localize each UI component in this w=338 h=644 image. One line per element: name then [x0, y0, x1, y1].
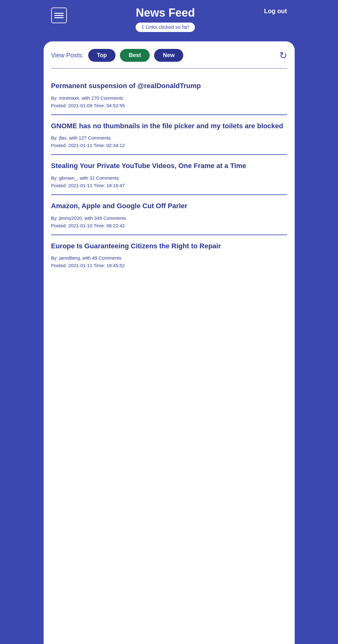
list-item[interactable]: Europe Is Guaranteeing Citizens the Righ…	[51, 235, 287, 275]
post-meta: By: janvdberg, with 49 CommentsPosted: 2…	[51, 254, 287, 269]
logout-button[interactable]: Log out	[264, 8, 287, 15]
post-title: Amazon, Apple and Google Cut Off Parler	[51, 201, 287, 211]
page-title: News Feed	[67, 6, 264, 19]
list-item[interactable]: Permanent suspension of @realDonaldTrump…	[51, 75, 287, 115]
filter-new-button[interactable]: New	[154, 49, 183, 62]
post-title: Stealing Your Private YouTube Videos, On…	[51, 161, 287, 171]
menu-icon[interactable]	[51, 8, 67, 23]
view-posts-bar: View Posts: Top Best New ↻	[51, 49, 287, 62]
filter-best-button[interactable]: Best	[120, 49, 150, 62]
list-item[interactable]: GNOME has no thumbnails in the file pick…	[51, 115, 287, 155]
post-meta: By: jfax, with 127 CommentsPosted: 2021-…	[51, 134, 287, 149]
post-meta: By: gbrown_, with 32 CommentsPosted: 202…	[51, 174, 287, 189]
post-title: GNOME has no thumbnails in the file pick…	[51, 121, 287, 131]
header-divider	[51, 68, 287, 69]
post-meta: By: jimmy2020, with 349 CommentsPosted: …	[51, 214, 287, 230]
header-center: News Feed 1 Links clicked so far!	[67, 6, 264, 32]
main-content: View Posts: Top Best New ↻ Permanent sus…	[44, 41, 295, 644]
filter-top-button[interactable]: Top	[88, 49, 116, 62]
links-badge: 1 Links clicked so far!	[136, 23, 195, 32]
list-item[interactable]: Amazon, Apple and Google Cut Off ParlerB…	[51, 195, 287, 235]
posts-list: Permanent suspension of @realDonaldTrump…	[51, 75, 287, 274]
post-title: Europe Is Guaranteeing Citizens the Righ…	[51, 241, 287, 251]
refresh-icon: ↻	[279, 50, 287, 61]
list-item[interactable]: Stealing Your Private YouTube Videos, On…	[51, 155, 287, 195]
post-meta: By: minimaxir, with 270 CommentsPosted: …	[51, 94, 287, 109]
view-posts-label: View Posts:	[51, 52, 84, 59]
post-title: Permanent suspension of @realDonaldTrump	[51, 81, 287, 91]
header: News Feed 1 Links clicked so far! Log ou…	[44, 0, 295, 41]
refresh-button[interactable]: ↻	[279, 50, 287, 61]
